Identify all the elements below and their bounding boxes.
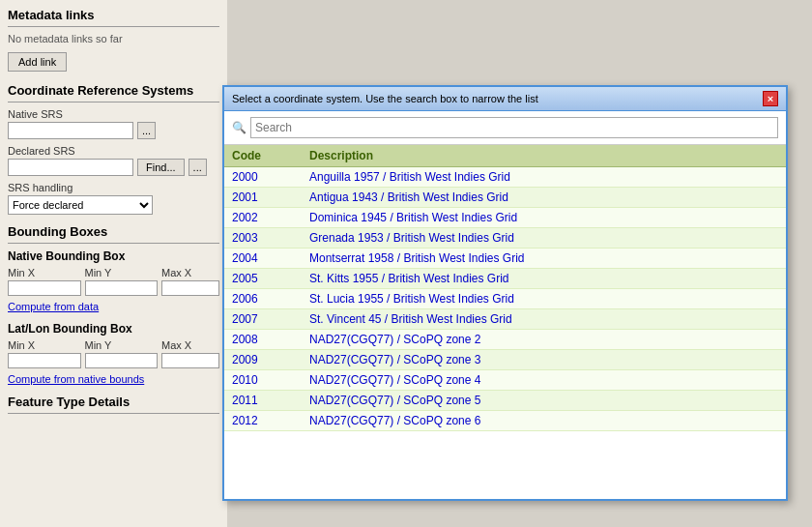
srs-handling-select[interactable]: Force declared Reproject native to decla… <box>8 195 153 215</box>
native-max-input[interactable] <box>161 280 219 296</box>
latlon-miny-label: Min Y <box>85 339 159 351</box>
native-miny-label: Min Y <box>85 267 159 278</box>
table-row[interactable]: 2011NAD27(CGQ77) / SCoPQ zone 5 <box>224 391 786 411</box>
crs-table: Code Description 2000Anguilla 1957 / Bri… <box>224 145 786 431</box>
latlon-bbox-title: Lat/Lon Bounding Box <box>8 322 219 336</box>
cell-description: NAD27(CGQ77) / SCoPQ zone 2 <box>302 330 786 350</box>
srs-handling-label: SRS handling <box>8 182 219 193</box>
left-panel: Metadata links No metadata links so far … <box>0 0 227 527</box>
cell-code: 2007 <box>224 309 302 330</box>
cell-description: Montserrat 1958 / British West Indies Gr… <box>302 249 786 269</box>
latlon-max-input[interactable] <box>161 353 219 368</box>
native-max-label: Max X <box>161 267 219 278</box>
cell-code: 2000 <box>224 167 302 188</box>
table-row[interactable]: 2008NAD27(CGQ77) / SCoPQ zone 2 <box>224 330 786 350</box>
feature-type-details-title: Feature Type Details <box>8 395 219 409</box>
table-row[interactable]: 2005St. Kitts 1955 / British West Indies… <box>224 269 786 289</box>
latlon-minx-input[interactable] <box>8 353 81 368</box>
table-header-row: Code Description <box>224 145 786 167</box>
dialog-titlebar: Select a coordinate system. Use the sear… <box>224 87 786 111</box>
table-row[interactable]: 2009NAD27(CGQ77) / SCoPQ zone 3 <box>224 350 786 370</box>
cell-code: 2003 <box>224 228 302 249</box>
native-srs-input[interactable] <box>8 122 133 139</box>
table-row[interactable]: 2003Grenada 1953 / British West Indies G… <box>224 228 786 249</box>
cell-code: 2006 <box>224 289 302 309</box>
native-srs-row: ... <box>8 122 219 139</box>
cell-description: Antigua 1943 / British West Indies Grid <box>302 188 786 208</box>
dialog-table-container[interactable]: Code Description 2000Anguilla 1957 / Bri… <box>224 145 786 499</box>
cell-code: 2005 <box>224 269 302 289</box>
compute-from-data-link[interactable]: Compute from data <box>8 301 99 312</box>
cell-code: 2002 <box>224 208 302 228</box>
table-row[interactable]: 2012NAD27(CGQ77) / SCoPQ zone 6 <box>224 411 786 431</box>
cell-description: NAD27(CGQ77) / SCoPQ zone 4 <box>302 370 786 391</box>
cell-code: 2008 <box>224 330 302 350</box>
compute-from-native-bounds-link[interactable]: Compute from native bounds <box>8 373 144 385</box>
cell-code: 2012 <box>224 411 302 431</box>
native-minx-input[interactable] <box>8 280 81 296</box>
native-srs-label: Native SRS <box>8 108 219 120</box>
table-row[interactable]: 2001Antigua 1943 / British West Indies G… <box>224 188 786 208</box>
table-row[interactable]: 2006St. Lucia 1955 / British West Indies… <box>224 289 786 309</box>
metadata-links-title: Metadata links <box>8 8 219 22</box>
find-button[interactable]: Find... <box>137 159 185 176</box>
cell-code: 2010 <box>224 370 302 391</box>
declared-srs-row: Find... ... <box>8 159 219 176</box>
table-row[interactable]: 2007St. Vincent 45 / British West Indies… <box>224 309 786 330</box>
cell-description: St. Lucia 1955 / British West Indies Gri… <box>302 289 786 309</box>
search-input[interactable] <box>250 117 778 138</box>
table-row[interactable]: 2002Dominica 1945 / British West Indies … <box>224 208 786 228</box>
native-srs-ellipsis-button[interactable]: ... <box>137 122 156 139</box>
cell-code: 2001 <box>224 188 302 208</box>
declared-srs-label: Declared SRS <box>8 145 219 157</box>
declared-srs-input[interactable] <box>8 159 133 176</box>
cell-description: St. Vincent 45 / British West Indies Gri… <box>302 309 786 330</box>
search-icon: 🔍 <box>232 121 246 134</box>
latlon-max-label: Max X <box>161 339 219 351</box>
srs-handling-row: Force declared Reproject native to decla… <box>8 195 219 215</box>
header-description: Description <box>302 145 786 167</box>
native-miny-input[interactable] <box>85 280 159 296</box>
table-row[interactable]: 2000Anguilla 1957 / British West Indies … <box>224 167 786 188</box>
cell-description: NAD27(CGQ77) / SCoPQ zone 6 <box>302 411 786 431</box>
native-bbox-grid: Min X Min Y Max X <box>8 267 219 296</box>
dialog-close-button[interactable]: × <box>763 91 778 106</box>
crs-title: Coordinate Reference Systems <box>8 83 219 98</box>
dialog-search-row: 🔍 <box>224 111 786 145</box>
crs-table-body: 2000Anguilla 1957 / British West Indies … <box>224 167 786 431</box>
cell-code: 2004 <box>224 249 302 269</box>
cell-description: Grenada 1953 / British West Indies Grid <box>302 228 786 249</box>
cell-description: Anguilla 1957 / British West Indies Grid <box>302 167 786 188</box>
native-minx-label: Min X <box>8 267 81 278</box>
cell-description: Dominica 1945 / British West Indies Grid <box>302 208 786 228</box>
dialog-title: Select a coordinate system. Use the sear… <box>232 93 538 104</box>
latlon-miny-input[interactable] <box>85 353 159 368</box>
add-link-button[interactable]: Add link <box>8 52 67 72</box>
latlon-bbox-grid: Min X Min Y Max X <box>8 339 219 368</box>
native-bbox-title: Native Bounding Box <box>8 249 219 263</box>
latlon-minx-label: Min X <box>8 339 81 351</box>
cell-description: NAD27(CGQ77) / SCoPQ zone 5 <box>302 391 786 411</box>
no-metadata-text: No metadata links so far <box>8 33 219 44</box>
header-code: Code <box>224 145 302 167</box>
table-row[interactable]: 2010NAD27(CGQ77) / SCoPQ zone 4 <box>224 370 786 391</box>
cell-code: 2009 <box>224 350 302 370</box>
crs-dialog: Select a coordinate system. Use the sear… <box>222 85 788 501</box>
cell-description: NAD27(CGQ77) / SCoPQ zone 3 <box>302 350 786 370</box>
cell-description: St. Kitts 1955 / British West Indies Gri… <box>302 269 786 289</box>
table-row[interactable]: 2004Montserrat 1958 / British West Indie… <box>224 249 786 269</box>
bounding-boxes-title: Bounding Boxes <box>8 224 219 239</box>
cell-code: 2011 <box>224 391 302 411</box>
declared-srs-ellipsis-button[interactable]: ... <box>188 159 207 176</box>
